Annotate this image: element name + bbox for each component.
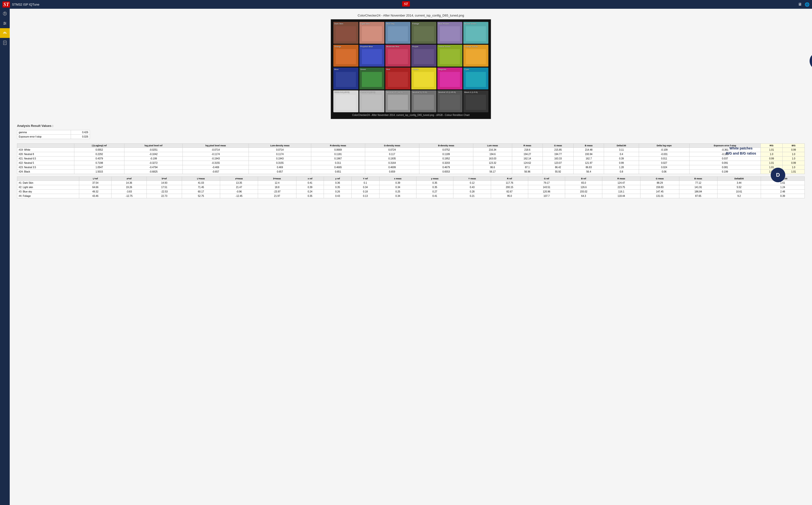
color-table-cell-id: #2: Light skin bbox=[17, 185, 79, 190]
color-table-cell: 0.34 bbox=[379, 194, 416, 198]
svg-point-9 bbox=[4, 22, 5, 23]
gamma-table-wrapper: gamma0.426Exposure error f-stop0.026 bbox=[17, 130, 805, 141]
color-table-cell: 49.32 bbox=[79, 190, 112, 194]
color-cell: Orange Yellow bbox=[463, 45, 488, 66]
color-table-header: a*meas bbox=[220, 177, 258, 181]
color-label: Purplish Blue bbox=[360, 45, 373, 48]
table-row: #24: Black1.5015-0.6825-0.6570.6570.6510… bbox=[17, 170, 805, 174]
table-cell: 86.42 bbox=[543, 165, 573, 170]
table-cell: 87.1 bbox=[512, 165, 543, 170]
color-table-cell: 0.13 bbox=[351, 194, 379, 198]
sidebar-item-file[interactable] bbox=[0, 38, 10, 48]
color-table-cell: 143.51 bbox=[528, 185, 565, 190]
white-patches-note: White patchesR/G and B/G ratios bbox=[726, 146, 756, 156]
color-table-cell: 79.17 bbox=[528, 181, 565, 185]
table-cell: 0.99 bbox=[604, 161, 639, 165]
color-cell: Light Skin bbox=[359, 22, 384, 44]
table-cell: 0.081 bbox=[689, 165, 761, 170]
table-header: B/G bbox=[783, 144, 805, 148]
table-cell: 0.4699 bbox=[365, 165, 419, 170]
color-table-header: R meas bbox=[602, 177, 640, 181]
color-table-cell: 0.24 bbox=[296, 190, 324, 194]
color-table-cell: 0.39 bbox=[761, 194, 804, 198]
color-table-cell: 186.84 bbox=[679, 190, 718, 194]
monitor-icon[interactable]: 🖥 bbox=[798, 2, 802, 7]
color-table-cell: -0.96 bbox=[220, 190, 258, 194]
color-table-cell: 0.41 bbox=[296, 181, 324, 185]
table-header-id bbox=[17, 177, 79, 181]
color-table-cell: 0.35 bbox=[296, 194, 324, 198]
color-label: Yellow bbox=[412, 68, 418, 71]
sidebar-item-sliders[interactable] bbox=[0, 18, 10, 28]
color-cell: Green bbox=[359, 67, 384, 90]
color-table-cell: 12.4 bbox=[258, 181, 296, 185]
table-cell: 0.3155 bbox=[249, 161, 311, 165]
sidebar bbox=[0, 9, 10, 505]
color-cell: Red bbox=[385, 67, 410, 90]
color-table-cell: 0.21 bbox=[453, 194, 491, 198]
table-cell: -0.0251 bbox=[125, 148, 183, 152]
table-cell: 218.6 bbox=[512, 148, 543, 152]
color-table-cell: 17.51 bbox=[147, 185, 182, 190]
color-label: Neutral 8 (.23 D) bbox=[360, 91, 375, 94]
color-table-row: #1: Dark Skin37.5414.3614.9341.0313.3512… bbox=[17, 181, 805, 185]
color-inner bbox=[414, 95, 434, 110]
sidebar-item-usb[interactable] bbox=[0, 9, 10, 18]
color-inner bbox=[362, 95, 382, 110]
table-cell: 0.4679 bbox=[419, 165, 473, 170]
table-cell: -0.1042 bbox=[125, 152, 183, 157]
table-cell-id: #22: Neutral 5 bbox=[17, 161, 74, 165]
color-table-header: L*meas bbox=[182, 177, 220, 181]
center-logo-icon: ST bbox=[402, 1, 410, 7]
color-table-cell: -12.45 bbox=[220, 194, 258, 198]
table-cell: 194.27 bbox=[512, 152, 543, 157]
color-table-cell: 126.6 bbox=[565, 185, 602, 190]
color-label: Blue bbox=[334, 68, 339, 71]
color-cell: Neutral 8 (.23 D) bbox=[359, 91, 384, 112]
color-table-header: y ref bbox=[324, 177, 352, 181]
color-cell: Foliage bbox=[411, 22, 436, 44]
color-table-header: G ref bbox=[528, 177, 565, 181]
sidebar-item-waveform[interactable] bbox=[0, 28, 10, 38]
color-inner bbox=[440, 26, 460, 41]
table-cell: 0.117 bbox=[365, 152, 419, 157]
table-cell: 0.39 bbox=[604, 157, 639, 161]
color-table-cell: 0.43 bbox=[324, 194, 352, 198]
color-inner bbox=[362, 26, 382, 41]
globe-icon[interactable]: 🌐 bbox=[805, 2, 810, 7]
color-table-cell: 1.24 bbox=[761, 185, 804, 190]
color-label: Purple bbox=[412, 45, 418, 48]
color-inner bbox=[414, 49, 434, 64]
table-cell: -0.3155 bbox=[183, 161, 249, 165]
color-table-cell: 88.29 bbox=[640, 181, 679, 185]
table-cell: 1.5015 bbox=[74, 170, 124, 174]
color-table-cell: 43.46 bbox=[79, 194, 112, 198]
color-table-cell: 200.15 bbox=[491, 185, 528, 190]
table-cell: 0.7198 bbox=[74, 161, 124, 165]
color-label: Neutral 5 (.70 D) bbox=[412, 91, 427, 94]
svg-point-10 bbox=[5, 23, 6, 24]
color-table-cell: 5.52 bbox=[718, 185, 761, 190]
table-cell: 0.311 bbox=[311, 161, 365, 165]
color-cell: Neutral 6.5 (.44 D) bbox=[385, 91, 410, 112]
color-inner bbox=[388, 49, 408, 64]
color-cell: Black 2 (1.5 D) bbox=[463, 91, 488, 112]
color-table-cell: 18.8 bbox=[258, 185, 296, 190]
table-cell: 0.99 bbox=[761, 157, 783, 161]
color-table-cell: 155.02 bbox=[565, 190, 602, 194]
color-inner bbox=[466, 95, 486, 110]
table-cell: 1.0 bbox=[761, 152, 783, 157]
table-cell: 3.11 bbox=[604, 148, 639, 152]
table-cell: -0.469 bbox=[183, 165, 249, 170]
color-table-cell: 0.27 bbox=[416, 190, 453, 194]
color-table-cell: 0.39 bbox=[296, 185, 324, 190]
table-cell: 0.4 bbox=[604, 152, 639, 157]
color-table-cell: 3.44 bbox=[718, 181, 761, 185]
table-cell: 1.01 bbox=[761, 161, 783, 165]
table-cell: 56.17 bbox=[473, 170, 512, 174]
table-cell: 0.3164 bbox=[365, 161, 419, 165]
table-cell: 0.6553 bbox=[419, 170, 473, 174]
color-cell: Purple bbox=[411, 45, 436, 66]
colorchart: Dark Skin Light Skin Blue Sky Foliage Bl… bbox=[331, 19, 491, 119]
table-header: log pixel level ref bbox=[125, 144, 183, 148]
